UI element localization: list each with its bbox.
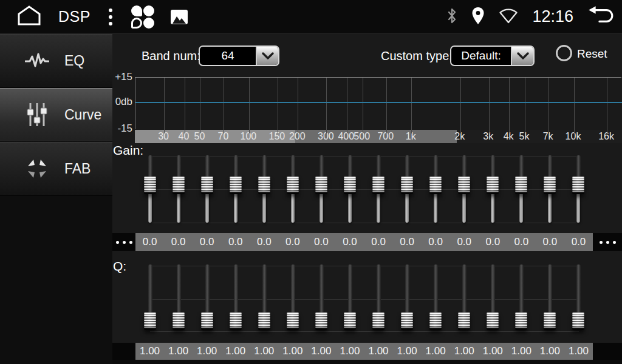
q-slider-10[interactable] [400,261,414,337]
slider-knob[interactable] [258,312,270,330]
slider-knob[interactable] [401,312,413,330]
gain-value: 0.0 [307,233,335,251]
chevron-down-icon[interactable] [511,47,533,65]
q-slider-13[interactable] [485,261,500,337]
slider-knob[interactable] [144,177,156,194]
overflow-menu-icon[interactable] [106,6,115,28]
gain-more-left-button[interactable] [112,233,135,251]
q-slider-1[interactable] [143,261,157,337]
q-value: 1.00 [364,343,393,360]
q-slider-8[interactable] [343,261,357,337]
q-value: 1.00 [193,343,221,360]
home-icon[interactable] [16,4,43,30]
slider-track-lower [377,193,380,223]
eq-curve-line[interactable] [135,102,622,103]
slider-knob[interactable] [230,312,242,330]
gain-slider-6[interactable] [285,152,300,228]
slider-knob[interactable] [144,312,156,330]
frequency-gridline [574,78,575,133]
apps-clover-icon[interactable] [131,5,155,29]
sidebar-item-eq[interactable]: EQ [0,34,112,88]
q-slider-7[interactable] [314,261,329,337]
slider-knob[interactable] [572,177,584,194]
slider-knob[interactable] [315,312,327,330]
y-axis-label-min: -15 [108,123,132,134]
slider-knob[interactable] [401,177,413,194]
q-slider-5[interactable] [257,261,272,337]
gain-slider-14[interactable] [514,152,528,228]
slider-knob[interactable] [458,312,470,330]
gain-slider-7[interactable] [314,152,329,228]
q-slider-12[interactable] [457,261,471,337]
sidebar-item-label: FAB [64,161,91,177]
custom-type-dropdown[interactable]: Default: [450,46,535,66]
sidebar-item-fab[interactable]: FAB [0,142,112,196]
gallery-icon[interactable] [171,10,188,24]
gain-slider-16[interactable] [571,152,586,228]
band-num-dropdown[interactable]: 64 [199,46,279,66]
gain-slider-10[interactable] [400,152,414,228]
chevron-down-icon[interactable] [256,47,278,65]
gain-slider-8[interactable] [343,152,357,228]
slider-track-upper [491,155,495,178]
gain-slider-11[interactable] [428,152,443,228]
slider-knob[interactable] [515,312,527,330]
slider-knob[interactable] [515,177,527,194]
frequency-tick-label: 7k [543,131,553,142]
sidebar-item-curve[interactable]: Curve [0,88,112,142]
y-axis-label-max: +15 [108,72,132,83]
q-slider-9[interactable] [371,261,386,337]
slider-knob[interactable] [287,312,299,330]
slider-track-upper [262,265,267,314]
slider-knob[interactable] [344,312,356,330]
eq-curve-graph[interactable] [135,77,621,129]
gain-slider-5[interactable] [257,152,272,228]
slider-track-upper [205,155,210,178]
gain-slider-3[interactable] [200,152,214,228]
gain-slider-15[interactable] [542,152,557,228]
frequency-gridline [164,78,165,133]
slider-track-upper [519,265,524,314]
slider-knob[interactable] [287,177,299,194]
slider-knob[interactable] [372,177,384,194]
slider-knob[interactable] [458,177,470,194]
gain-more-right-button[interactable] [593,233,622,251]
slider-track-upper [576,155,581,178]
slider-track-upper [177,265,181,314]
slider-knob[interactable] [487,177,499,194]
gain-slider-13[interactable] [485,152,500,228]
slider-knob[interactable] [544,177,556,194]
slider-knob[interactable] [201,312,213,330]
slider-knob[interactable] [429,177,442,194]
back-icon[interactable] [587,5,615,29]
slider-knob[interactable] [173,177,185,194]
q-slider-6[interactable] [285,261,300,337]
slider-knob[interactable] [487,312,499,330]
slider-knob[interactable] [344,177,356,194]
gain-slider-12[interactable] [457,152,471,228]
gain-slider-1[interactable] [143,152,157,228]
q-slider-16[interactable] [571,261,586,337]
q-slider-4[interactable] [228,261,243,337]
slider-knob[interactable] [258,177,270,194]
q-slider-2[interactable] [171,261,186,337]
q-slider-14[interactable] [514,261,528,337]
frequency-axis-dark [457,130,622,143]
slider-track-upper [491,265,495,314]
slider-knob[interactable] [201,177,213,194]
q-slider-15[interactable] [542,261,557,337]
slider-knob[interactable] [173,312,185,330]
gain-slider-9[interactable] [371,152,386,228]
q-slider-11[interactable] [428,261,443,337]
slider-knob[interactable] [429,312,442,330]
slider-knob[interactable] [372,312,384,330]
gain-slider-2[interactable] [171,152,186,228]
q-slider-3[interactable] [200,261,214,337]
reset-radio-button[interactable] [556,45,572,61]
slider-knob[interactable] [230,177,242,194]
gain-slider-4[interactable] [228,152,243,228]
slider-knob[interactable] [544,312,556,330]
q-value: 1.00 [250,343,278,360]
slider-knob[interactable] [572,312,584,330]
slider-knob[interactable] [315,177,327,194]
